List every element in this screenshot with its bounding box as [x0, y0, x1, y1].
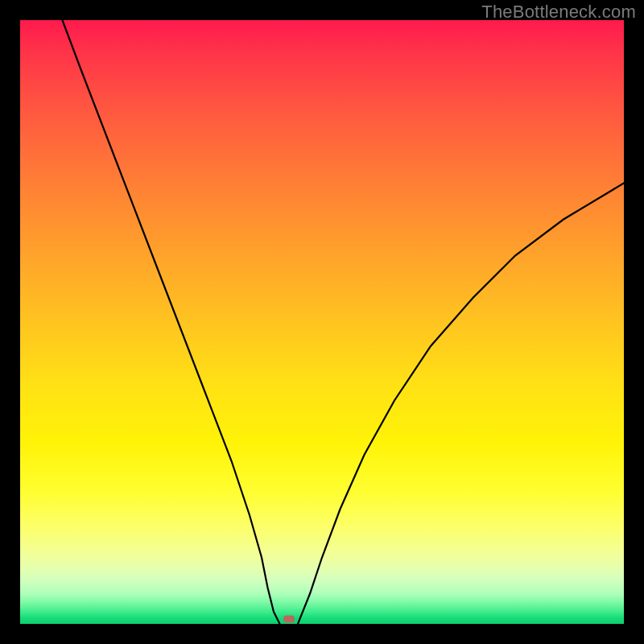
curve-layer [20, 20, 624, 624]
min-marker [283, 616, 295, 623]
plot-area [20, 20, 624, 624]
watermark-text: TheBottleneck.com [481, 2, 636, 23]
curve-left [63, 20, 280, 624]
chart-frame: TheBottleneck.com [0, 0, 644, 644]
curve-right [298, 184, 624, 625]
